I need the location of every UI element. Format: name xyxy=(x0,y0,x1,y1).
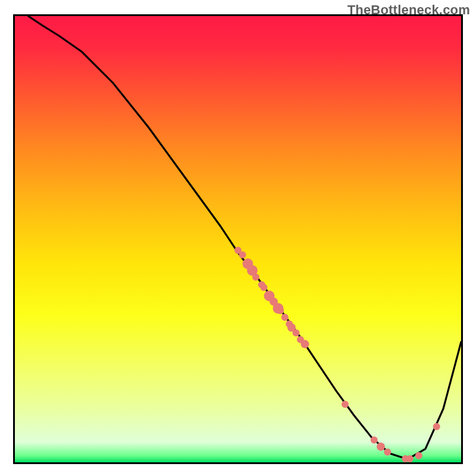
scatter-point xyxy=(342,401,349,408)
scatter-point xyxy=(371,437,378,444)
scatter-point xyxy=(277,307,284,314)
chart-overlay xyxy=(15,16,461,462)
scatter-point xyxy=(301,340,309,348)
scatter-point xyxy=(239,251,246,258)
scatter-point xyxy=(261,284,268,291)
scatter-point xyxy=(415,452,422,459)
plot-area xyxy=(13,14,463,464)
scatter-point xyxy=(406,455,414,462)
scatter-point xyxy=(377,443,385,451)
line-series-curve xyxy=(29,16,461,459)
scatter-points xyxy=(234,247,440,462)
scatter-point xyxy=(433,423,440,430)
scatter-point xyxy=(252,274,259,281)
scatter-point xyxy=(281,314,289,321)
scatter-point xyxy=(293,330,300,337)
scatter-point xyxy=(384,449,391,456)
watermark-text: TheBottleneck.com xyxy=(347,2,470,18)
